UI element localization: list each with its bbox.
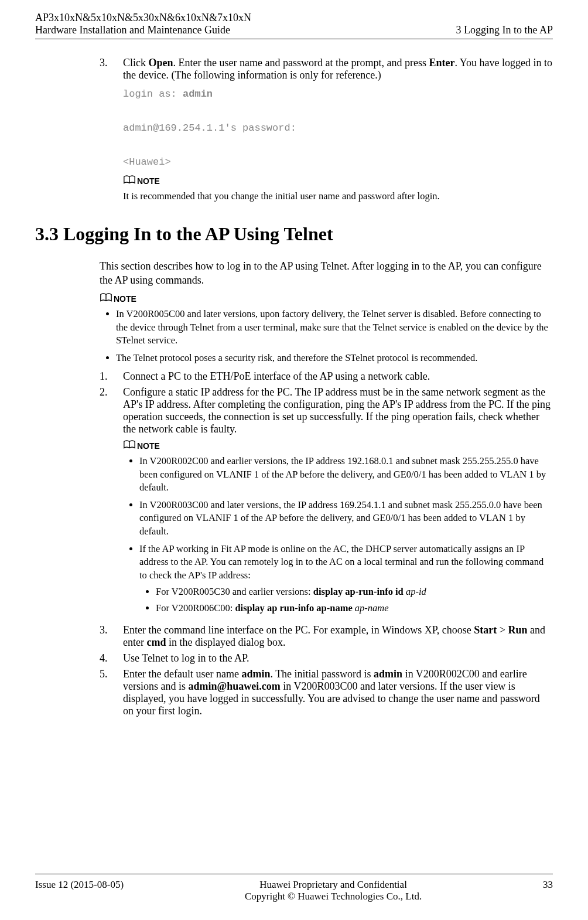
- step-body: Enter the default user name admin. The i…: [123, 668, 553, 717]
- note-bullet: In V200R002C00 and earlier versions, the…: [139, 455, 553, 494]
- step-number: 2.: [100, 386, 123, 621]
- step-number: 4.: [100, 652, 123, 665]
- note-heading: NOTE: [114, 294, 136, 304]
- text-fragment: For V200R006C00:: [156, 602, 235, 614]
- header-product: AP3x10xN&5x10xN&5x30xN&6x10xN&7x10xN: [35, 12, 251, 24]
- page-content: 3. Click Open. Enter the user name and p…: [35, 57, 553, 874]
- text-bold: cmd: [146, 636, 166, 648]
- header-left: AP3x10xN&5x10xN&5x30xN&6x10xN&7x10xN Har…: [35, 12, 251, 36]
- step-text: Connect a PC to the ETH/PoE interface of…: [123, 370, 553, 383]
- text-italic: ap-name: [355, 602, 389, 614]
- text-fragment: Enter the command line interface on the …: [123, 624, 474, 636]
- book-icon: [100, 293, 112, 304]
- text-bold: admin: [241, 668, 270, 680]
- book-icon: [123, 440, 136, 451]
- page-footer: Issue 12 (2015-08-05) Huawei Proprietary…: [35, 874, 553, 902]
- note-bullet-text: If the AP working in Fit AP mode is onli…: [139, 543, 543, 581]
- text-fragment: Enter the default user name: [123, 668, 241, 680]
- text-bold: Open: [149, 57, 173, 69]
- step-number: 1.: [100, 370, 123, 383]
- page-header: AP3x10xN&5x10xN&5x30xN&6x10xN&7x10xN Har…: [35, 12, 553, 39]
- text-bold: Start: [474, 624, 497, 636]
- step-text: Configure a static IP address for the PC…: [123, 386, 553, 435]
- step-5: 5. Enter the default user name admin. Th…: [100, 668, 553, 717]
- step-1: 1. Connect a PC to the ETH/PoE interface…: [100, 370, 553, 383]
- note-label: NOTE: [123, 440, 553, 451]
- text-fragment: . The initial password is: [270, 668, 374, 680]
- step-body: Click Open. Enter the user name and pass…: [123, 57, 553, 206]
- note-heading: NOTE: [137, 176, 160, 186]
- code-block: login as: admin admin@169.254.1.1's pass…: [123, 86, 553, 171]
- prior-step-3: 3. Click Open. Enter the user name and p…: [100, 57, 553, 206]
- section-heading: 3.3 Logging In to the AP Using Telnet: [35, 223, 553, 245]
- text-fragment: in the displayed dialog box.: [166, 636, 285, 648]
- note-text: It is recommended that you change the in…: [123, 190, 553, 203]
- note-bullet-list: In V200R005C00 and later versions, upon …: [100, 308, 553, 364]
- text-bold: display ap-run-info id: [313, 586, 406, 597]
- text-bold: admin: [374, 668, 402, 680]
- footer-copyright: Copyright © Huawei Technologies Co., Ltd…: [124, 891, 543, 902]
- note-bullet: In V200R003C00 and later versions, the I…: [139, 499, 553, 538]
- header-right: 3 Logging In to the AP: [456, 12, 553, 36]
- code-line: login as:: [123, 88, 183, 100]
- footer-confidential: Huawei Proprietary and Confidential: [124, 879, 543, 891]
- section-intro: This section describes how to log in to …: [100, 259, 553, 288]
- header-chapter: 3 Logging In to the AP: [456, 24, 553, 36]
- note-heading: NOTE: [137, 441, 160, 451]
- text-fragment: . Enter the user name and password at th…: [173, 57, 429, 69]
- text-bold: Run: [508, 624, 527, 636]
- note-label: NOTE: [100, 293, 553, 304]
- step-number: 3.: [100, 624, 123, 649]
- footer-center: Huawei Proprietary and Confidential Copy…: [124, 879, 543, 902]
- note-bullet: The Telnet protocol poses a security ris…: [116, 352, 553, 364]
- code-line: <Huawei>: [123, 154, 553, 171]
- code-line: admin@169.254.1.1's password:: [123, 120, 553, 137]
- text-bold: Enter: [429, 57, 454, 69]
- note-sub-bullet: For V200R005C30 and earlier versions: di…: [156, 585, 553, 598]
- book-icon: [123, 175, 136, 186]
- header-guide-title: Hardware Installation and Maintenance Gu…: [35, 24, 251, 36]
- document-page: AP3x10xN&5x10xN&5x30xN&6x10xN&7x10xN Har…: [0, 0, 588, 920]
- footer-page-number: 33: [543, 879, 553, 902]
- step-text: Use Telnet to log in to the AP.: [123, 652, 553, 665]
- text-fragment: >: [497, 624, 508, 636]
- note-bullet: In V200R005C00 and later versions, upon …: [116, 308, 553, 347]
- step-number: 3.: [100, 57, 123, 206]
- footer-issue: Issue 12 (2015-08-05): [35, 879, 124, 902]
- step-4: 4. Use Telnet to log in to the AP.: [100, 652, 553, 665]
- step-2: 2. Configure a static IP address for the…: [100, 386, 553, 621]
- text-bold: display ap run-info ap-name: [235, 602, 354, 614]
- step-number: 5.: [100, 668, 123, 717]
- note-sub-bullet: For V200R006C00: display ap run-info ap-…: [156, 602, 553, 615]
- note-sub-list: For V200R005C30 and earlier versions: di…: [139, 585, 553, 615]
- text-bold: admin@huawei.com: [189, 680, 281, 692]
- note-label: NOTE: [123, 175, 553, 186]
- step-3: 3. Enter the command line interface on t…: [100, 624, 553, 649]
- text-fragment: Click: [123, 57, 149, 69]
- step-body: Configure a static IP address for the PC…: [123, 386, 553, 621]
- step-body: Enter the command line interface on the …: [123, 624, 553, 649]
- code-bold: admin: [183, 88, 213, 100]
- text-fragment: For V200R005C30 and earlier versions:: [156, 586, 313, 597]
- note-bullet-list: In V200R002C00 and earlier versions, the…: [123, 455, 553, 615]
- text-italic: ap-id: [406, 586, 426, 597]
- note-bullet: If the AP working in Fit AP mode is onli…: [139, 543, 553, 615]
